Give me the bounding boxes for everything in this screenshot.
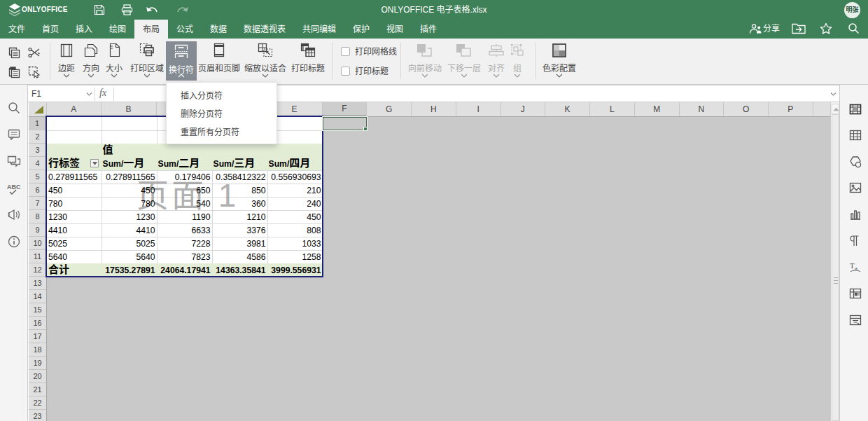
svg-text:ABC: ABC — [7, 184, 21, 191]
svg-text:T: T — [850, 261, 855, 270]
svg-text:a: a — [855, 265, 858, 272]
